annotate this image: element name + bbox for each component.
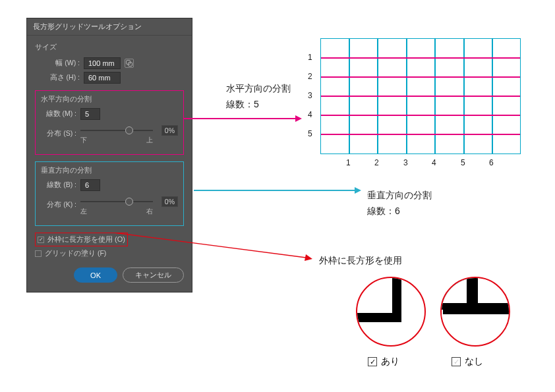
vert-count-label: 線数 (B) : — [41, 181, 76, 190]
horiz-dist-label: 分布 (S) : — [41, 129, 76, 138]
vert-left-label: 左 — [80, 207, 87, 216]
example-nashi-circle — [440, 277, 510, 347]
col-label-3: 3 — [403, 158, 408, 167]
horiz-dist-slider[interactable]: 0% — [80, 125, 178, 136]
horizontal-divider-section: 水平方向の分割 線数 (M) : 分布 (S) : 0% 下上 — [35, 90, 184, 155]
annotation-vertical: 垂直方向の分割 線数：6 — [367, 188, 432, 219]
example-label-nashi: ✓ なし — [452, 356, 483, 368]
grid-preview — [320, 38, 521, 154]
ari-check-icon: ✓ — [368, 357, 377, 366]
example-ari-circle — [356, 277, 426, 347]
vert-count-input[interactable] — [80, 179, 100, 191]
size-section-label: サイズ — [35, 42, 184, 52]
vert-dist-pct: 0% — [161, 196, 178, 207]
annot-horiz2: 線数：5 — [226, 97, 291, 113]
arrow-horizontal — [183, 114, 302, 123]
anchor-icon[interactable] — [125, 59, 134, 68]
horiz-right-label: 上 — [146, 136, 153, 145]
nashi-check-icon: ✓ — [452, 357, 461, 366]
use-rect-checkbox[interactable] — [38, 237, 44, 243]
annot-userect-text: 外枠に長方形を使用 — [319, 255, 402, 266]
horiz-left-label: 下 — [80, 136, 87, 145]
annot-horiz1: 水平方向の分割 — [226, 81, 291, 97]
svg-marker-1 — [295, 115, 302, 122]
vert-dist-slider[interactable]: 0% — [80, 196, 178, 207]
horiz-dist-pct: 0% — [161, 125, 178, 136]
vert-section-title: 垂直方向の分割 — [41, 166, 178, 175]
ari-text: あり — [381, 356, 399, 368]
vertical-divider-section: 垂直方向の分割 線数 (B) : 分布 (K) : 0% 左右 — [35, 161, 184, 226]
cancel-button[interactable]: キャンセル — [123, 267, 184, 283]
col-label-1: 1 — [346, 158, 351, 167]
fill-grid-checkbox[interactable] — [35, 250, 42, 257]
row-label-2: 2 — [308, 72, 312, 81]
row-label-5: 5 — [308, 129, 312, 138]
col-label-6: 6 — [489, 158, 494, 167]
annotation-use-rect: 外枠に長方形を使用 — [319, 253, 402, 269]
svg-line-4 — [113, 233, 306, 258]
annot-vert2: 線数：6 — [367, 204, 432, 219]
example-label-ari: ✓ あり — [368, 356, 399, 368]
col-label-5: 5 — [461, 158, 465, 167]
svg-marker-5 — [305, 254, 312, 261]
row-label-3: 3 — [308, 91, 312, 100]
dialog-title: 長方形グリッドツールオプション — [27, 18, 192, 36]
horiz-count-label: 線数 (M) : — [41, 109, 76, 119]
vert-dist-label: 分布 (K) : — [41, 200, 76, 210]
height-input[interactable] — [84, 72, 121, 84]
vert-right-label: 右 — [146, 207, 153, 216]
svg-marker-3 — [355, 187, 361, 194]
row-label-4: 4 — [308, 110, 312, 119]
row-label-1: 1 — [308, 53, 312, 62]
arrow-use-rect — [113, 233, 312, 262]
horiz-count-input[interactable] — [80, 108, 100, 120]
fill-grid-label: グリッドの塗り (F) — [45, 249, 106, 258]
col-label-4: 4 — [432, 158, 436, 167]
height-label: 高さ (H) : — [44, 73, 80, 82]
nashi-text: なし — [465, 356, 483, 368]
width-label: 幅 (W) : — [44, 59, 80, 68]
ok-button[interactable]: OK — [74, 267, 117, 283]
col-label-2: 2 — [374, 158, 379, 167]
annotation-horizontal: 水平方向の分割 線数：5 — [226, 81, 291, 113]
annot-vert1: 垂直方向の分割 — [367, 188, 432, 204]
arrow-vertical — [194, 186, 361, 195]
width-input[interactable] — [84, 57, 121, 69]
horiz-section-title: 水平方向の分割 — [41, 95, 178, 104]
